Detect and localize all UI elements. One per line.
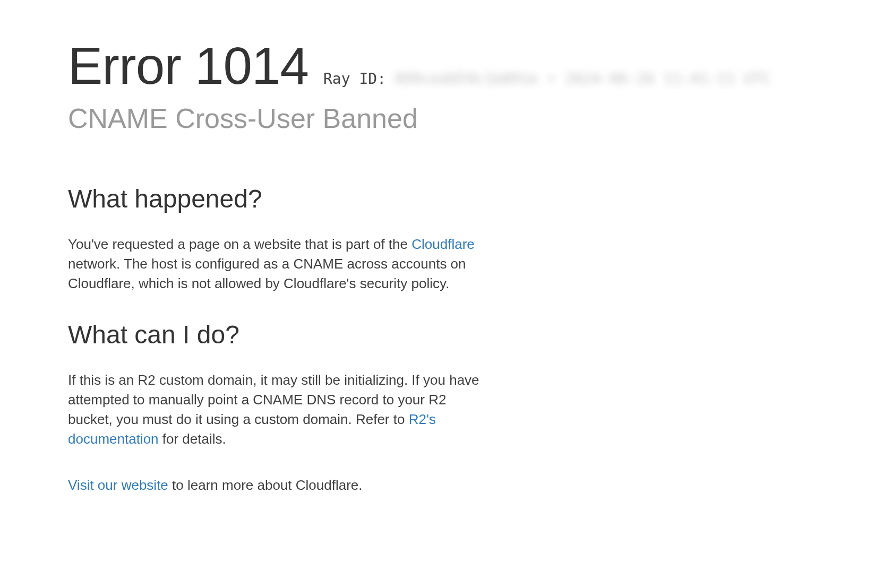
error-title: Error 1014 xyxy=(68,40,308,92)
text-segment: You've requested a page on a website tha… xyxy=(68,236,411,252)
ray-id-value: 899cedd59c1b891e • 2024-06-26 11:41:11 U… xyxy=(395,70,771,88)
what-can-i-do-heading: What can I do? xyxy=(68,320,487,349)
what-can-i-do-body-2: Visit our website to learn more about Cl… xyxy=(68,475,487,495)
text-segment: for details. xyxy=(159,431,226,447)
what-can-i-do-body-1: If this is an R2 custom domain, it may s… xyxy=(68,370,487,449)
title-row: Error 1014 Ray ID: 899cedd59c1b891e • 20… xyxy=(68,40,824,92)
what-happened-heading: What happened? xyxy=(68,184,487,213)
ray-id-block: Ray ID: 899cedd59c1b891e • 2024-06-26 11… xyxy=(323,70,771,88)
text-segment: network. The host is configured as a CNA… xyxy=(68,256,466,291)
error-subtitle: CNAME Cross-User Banned xyxy=(68,103,824,134)
visit-website-link[interactable]: Visit our website xyxy=(68,477,168,493)
ray-id-label: Ray ID: xyxy=(323,70,395,88)
what-happened-body: You've requested a page on a website tha… xyxy=(68,235,487,293)
cloudflare-link[interactable]: Cloudflare xyxy=(411,236,475,252)
text-segment: to learn more about Cloudflare. xyxy=(168,477,363,493)
content: What happened? You've requested a page o… xyxy=(68,184,487,495)
error-header: Error 1014 Ray ID: 899cedd59c1b891e • 20… xyxy=(68,40,824,134)
